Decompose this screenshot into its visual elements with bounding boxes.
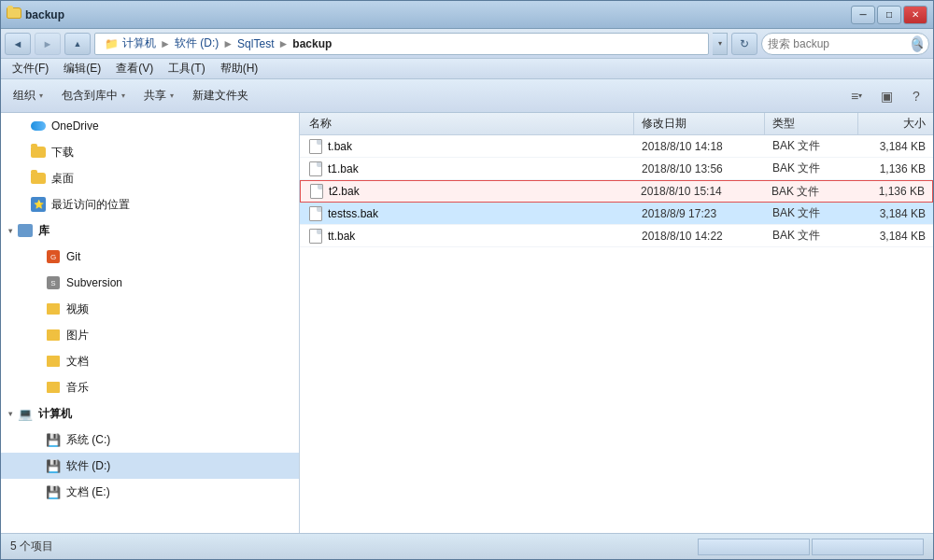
- new-folder-button[interactable]: 新建文件夹: [184, 83, 257, 109]
- col-type-header[interactable]: 类型: [765, 113, 858, 134]
- help-button[interactable]: ?: [903, 83, 929, 109]
- file-row-t2-bak[interactable]: t2.bak 2018/8/10 15:14 BAK 文件 1,136 KB: [300, 180, 933, 203]
- menu-file[interactable]: 文件(F): [5, 59, 56, 78]
- col-name-header[interactable]: 名称: [300, 113, 634, 134]
- file-pane: 名称 修改日期 类型 大小 t.bak: [300, 113, 933, 533]
- sidebar-label-computer: 计算机: [38, 406, 72, 422]
- sidebar-label-desktop: 桌面: [51, 171, 74, 187]
- sidebar-item-video[interactable]: 视频: [1, 296, 299, 322]
- file-size-testss-bak: 3,184 KB: [858, 207, 933, 220]
- file-date-t1-bak: 2018/8/10 13:56: [634, 162, 765, 175]
- sidebar-label-git: Git: [66, 250, 80, 263]
- file-type-t1-bak: BAK 文件: [765, 161, 858, 176]
- file-name-t1-bak: t1.bak: [300, 158, 634, 179]
- breadcrumb-sep1: ►: [160, 37, 171, 50]
- bak-file-icon: [309, 139, 322, 154]
- change-view-button[interactable]: ≡ ▾: [843, 83, 870, 109]
- address-dropdown-button[interactable]: ▾: [713, 33, 728, 55]
- preview-pane-button[interactable]: ▣: [873, 83, 899, 109]
- recent-icon: ⭐: [31, 197, 46, 212]
- sidebar-item-e-drive[interactable]: 💾 文档 (E:): [1, 479, 299, 505]
- menu-edit[interactable]: 编辑(E): [56, 59, 108, 78]
- toolbar: 组织 ▾ 包含到库中 ▾ 共享 ▾ 新建文件夹 ≡ ▾ ▣ ?: [1, 79, 933, 113]
- file-size-t1-bak: 1,136 KB: [858, 162, 933, 175]
- refresh-button[interactable]: ↻: [731, 33, 757, 55]
- window-controls: ─ □ ✕: [851, 6, 927, 24]
- file-type-t-bak: BAK 文件: [765, 138, 858, 154]
- search-button[interactable]: 🔍: [912, 35, 923, 52]
- sidebar: OneDrive 下载 桌面 ⭐ 最近访问的位置: [1, 113, 300, 533]
- library-expand-arrow: ▾: [8, 227, 12, 235]
- back-button[interactable]: ◄: [5, 33, 31, 55]
- menu-view[interactable]: 查看(V): [108, 59, 161, 78]
- file-list: t.bak 2018/8/10 14:18 BAK 文件 3,184 KB t1…: [300, 135, 933, 533]
- sidebar-item-desktop[interactable]: 桌面: [1, 165, 299, 191]
- file-size-t-bak: 3,184 KB: [858, 140, 933, 153]
- onedrive-icon: [31, 119, 46, 133]
- subversion-icon: S: [46, 275, 61, 290]
- sidebar-item-recent[interactable]: ⭐ 最近访问的位置: [1, 191, 299, 217]
- sidebar-item-onedrive[interactable]: OneDrive: [1, 113, 299, 139]
- menu-tools[interactable]: 工具(T): [161, 59, 212, 78]
- col-size-header[interactable]: 大小: [858, 113, 933, 134]
- sidebar-item-music[interactable]: 音乐: [1, 374, 299, 400]
- file-date-t2-bak: 2018/8/10 15:14: [633, 185, 764, 198]
- share-label: 共享: [144, 88, 166, 104]
- breadcrumb-root[interactable]: 计算机: [122, 35, 156, 51]
- breadcrumb-current: backup: [292, 37, 332, 50]
- file-row-t-bak[interactable]: t.bak 2018/8/10 14:18 BAK 文件 3,184 KB: [300, 135, 933, 158]
- breadcrumb-part2[interactable]: SqlTest: [237, 37, 274, 50]
- col-date-header[interactable]: 修改日期: [634, 113, 765, 134]
- computer-expand-arrow: ▾: [8, 410, 12, 418]
- help-icon: ?: [913, 89, 920, 104]
- menu-help[interactable]: 帮助(H): [213, 59, 266, 78]
- sidebar-label-music: 音乐: [66, 380, 89, 396]
- bak-file-icon: [309, 206, 322, 221]
- organize-button[interactable]: 组织 ▾: [5, 83, 51, 109]
- sidebar-item-git[interactable]: G Git: [1, 244, 299, 270]
- sidebar-item-c-drive[interactable]: 💾 系统 (C:): [1, 427, 299, 453]
- share-dropdown-arrow: ▾: [170, 91, 174, 100]
- minimize-button[interactable]: ─: [851, 6, 875, 24]
- main-area: OneDrive 下载 桌面 ⭐ 最近访问的位置: [1, 113, 933, 533]
- address-breadcrumb: 📁 计算机 ► 软件 (D:) ► SqlTest ► backup: [94, 33, 709, 55]
- bak-file-icon: [310, 184, 323, 199]
- up-button[interactable]: ▲: [64, 33, 91, 55]
- file-row-tt-bak[interactable]: tt.bak 2018/8/10 14:22 BAK 文件 3,184 KB: [300, 225, 933, 247]
- file-row-t1-bak[interactable]: t1.bak 2018/8/10 13:56 BAK 文件 1,136 KB: [300, 158, 933, 180]
- view-icon: ≡: [851, 89, 858, 104]
- sidebar-item-downloads[interactable]: 下载: [1, 139, 299, 165]
- downloads-folder-icon: [31, 145, 46, 160]
- bak-file-icon: [309, 161, 322, 176]
- sidebar-label-video: 视频: [66, 301, 89, 317]
- sidebar-section-library[interactable]: ▾ 库: [1, 217, 299, 244]
- share-button[interactable]: 共享 ▾: [135, 83, 182, 109]
- sidebar-item-d-drive[interactable]: 💾 软件 (D:): [1, 453, 299, 479]
- sidebar-item-subversion[interactable]: S Subversion: [1, 270, 299, 296]
- git-icon: G: [46, 249, 61, 264]
- file-row-testss-bak[interactable]: testss.bak 2018/8/9 17:23 BAK 文件 3,184 K…: [300, 203, 933, 225]
- d-drive-icon: 💾: [46, 458, 61, 473]
- status-block-2: [812, 539, 924, 555]
- maximize-button[interactable]: □: [877, 6, 901, 24]
- search-input[interactable]: [768, 37, 908, 50]
- video-icon: [46, 301, 61, 316]
- include-dropdown-arrow: ▾: [121, 91, 125, 100]
- status-right: [698, 539, 924, 555]
- include-library-button[interactable]: 包含到库中 ▾: [53, 83, 134, 109]
- sidebar-section-computer[interactable]: ▾ 💻 计算机: [1, 400, 299, 427]
- menu-bar: 文件(F) 编辑(E) 查看(V) 工具(T) 帮助(H): [1, 59, 933, 79]
- sidebar-item-pictures[interactable]: 图片: [1, 322, 299, 348]
- sidebar-label-pictures: 图片: [66, 328, 89, 343]
- window-title: backup: [25, 8, 64, 21]
- sidebar-item-documents[interactable]: 文档: [1, 348, 299, 374]
- toolbar-right: ≡ ▾ ▣ ?: [843, 83, 929, 109]
- sidebar-label-recent: 最近访问的位置: [51, 197, 130, 213]
- new-folder-label: 新建文件夹: [192, 88, 248, 104]
- forward-button[interactable]: ►: [35, 33, 61, 55]
- breadcrumb-sep2: ►: [222, 37, 234, 50]
- close-button[interactable]: ✕: [903, 6, 927, 24]
- breadcrumb-part1[interactable]: 软件 (D:): [175, 35, 219, 51]
- pictures-icon: [46, 328, 61, 343]
- music-icon: [46, 380, 61, 395]
